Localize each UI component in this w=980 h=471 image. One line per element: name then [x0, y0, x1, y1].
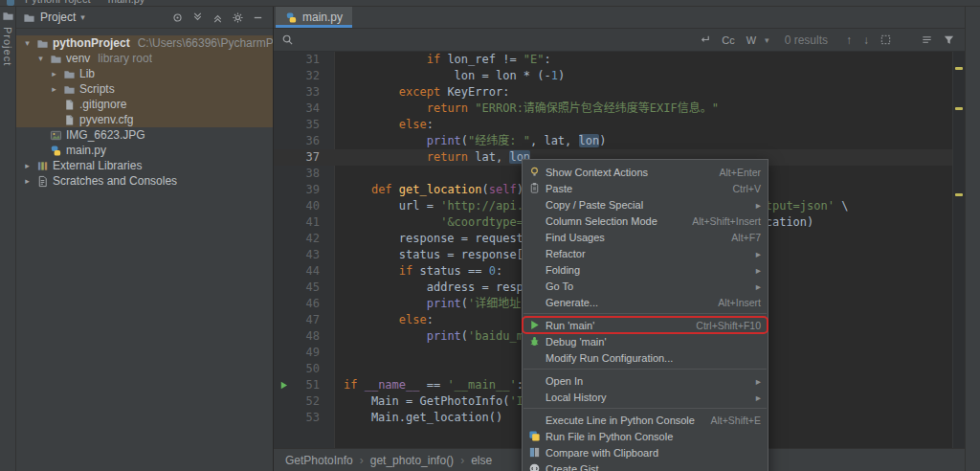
menu-item-local-history[interactable]: Local History▸	[523, 389, 768, 405]
search-options-icon[interactable]	[919, 32, 935, 48]
breadcrumb-item[interactable]: else	[471, 454, 492, 467]
bug-icon	[527, 335, 541, 348]
libraries-icon	[36, 160, 49, 172]
tree-item-scripts[interactable]: ▸Scripts	[16, 81, 273, 97]
menu-item-show-context-actions[interactable]: Show Context ActionsAlt+Enter	[523, 164, 768, 180]
crosshair-button[interactable]	[169, 10, 186, 26]
folder-icon	[36, 37, 49, 50]
menu-separator	[523, 313, 767, 314]
menu-shortcut: Ctrl+Shift+F10	[688, 320, 761, 331]
menu-item-label: Compare with Clipboard	[546, 447, 658, 459]
menu-item-create-gist[interactable]: Create Gist...	[523, 460, 768, 471]
menu-item-paste[interactable]: PasteCtrl+V	[523, 180, 768, 196]
next-occurrence-button[interactable]: ↓	[860, 34, 872, 47]
menu-shortcut: Alt+Enter	[712, 167, 761, 178]
line-number: 34	[274, 101, 335, 117]
code-line-35[interactable]: 35 else:	[274, 117, 965, 133]
menu-shortcut: Alt+Shift+E	[702, 415, 761, 426]
menu-item-run-file-in-python-console[interactable]: Run File in Python Console	[523, 428, 768, 444]
line-number: 44	[274, 263, 335, 280]
tree-item-venv[interactable]: ▾venvlibrary root	[16, 51, 273, 66]
menu-item-folding[interactable]: Folding▸	[523, 261, 768, 278]
menu-item-label: Column Selection Mode	[546, 215, 657, 227]
chevron-down-icon[interactable]: ▾	[22, 38, 33, 48]
menu-shortcut: Alt+Insert	[710, 297, 761, 308]
line-number: 31	[274, 52, 335, 68]
breadcrumb-item[interactable]: GetPhotoInfo	[285, 454, 353, 467]
project-panel: Project ▾ ▾pythonProjectC:\Users\66396\P…	[16, 7, 274, 471]
tree-item-external-libraries[interactable]: ▸External Libraries	[16, 158, 273, 173]
code-line-36[interactable]: 36 print("经纬度: ", lat, lon)	[274, 133, 965, 149]
words-toggle[interactable]: W	[744, 34, 759, 47]
search-results-count: 0 results	[785, 34, 828, 47]
chevron-down-icon[interactable]: ▾	[35, 54, 46, 63]
menu-item-label: Run 'main'	[546, 320, 594, 331]
menu-item-refactor[interactable]: Refactor▸	[523, 245, 768, 261]
line-number: 42	[274, 231, 335, 247]
expand-all-button[interactable]	[189, 10, 206, 26]
menu-item-execute-line-in-python-console[interactable]: Execute Line in Python ConsoleAlt+Shift+…	[523, 412, 768, 428]
collapse-all-button[interactable]	[210, 10, 226, 26]
filter-icon[interactable]	[941, 32, 957, 48]
menu-item-go-to[interactable]: Go To▸	[523, 278, 768, 294]
tree-item-label: main.py	[66, 144, 106, 157]
code-line-33[interactable]: 33 except KeyError:	[274, 84, 965, 101]
tree-item-lib[interactable]: ▸Lib	[16, 66, 273, 81]
minus-button[interactable]	[250, 10, 266, 26]
context-menu: Show Context ActionsAlt+EnterPasteCtrl+V…	[522, 159, 768, 471]
tab-main-py[interactable]: main.py	[276, 7, 352, 28]
tool-stripe-project-label[interactable]: Project	[2, 27, 13, 66]
menu-item-copy-paste-special[interactable]: Copy / Paste Special▸	[523, 196, 768, 213]
previous-occurrence-button[interactable]: ↑	[843, 34, 855, 47]
tree-item-gitignore[interactable]: .gitignore	[16, 97, 273, 112]
run-gutter-icon[interactable]	[278, 380, 289, 391]
menu-item-generate[interactable]: Generate...Alt+Insert	[523, 294, 768, 310]
play-icon	[527, 319, 541, 332]
chevron-right-icon[interactable]: ▸	[49, 84, 59, 94]
line-number: 52	[274, 393, 335, 410]
menu-separator	[523, 369, 767, 370]
tree-item-main-py[interactable]: main.py	[16, 143, 273, 158]
menu-item-run-main[interactable]: Run 'main'Ctrl+Shift+F10	[523, 317, 768, 333]
project-view-title[interactable]: Project	[40, 11, 76, 24]
menu-item-debug-main[interactable]: Debug 'main'	[523, 333, 768, 349]
chevron-right-icon[interactable]: ▸	[22, 161, 33, 170]
code-text	[335, 361, 344, 377]
code-line-31[interactable]: 31 if lon_ref != "E":	[274, 52, 965, 68]
tree-item-scratches-and-consoles[interactable]: ▸Scratches and Consoles	[16, 173, 273, 189]
code-line-34[interactable]: 34 return "ERROR:请确保照片包含经纬度等EXIF信息。"	[274, 101, 965, 117]
error-stripe[interactable]	[952, 52, 965, 448]
project-view-caret-icon[interactable]: ▾	[80, 12, 85, 22]
chevron-right-icon[interactable]: ▸	[49, 69, 59, 78]
select-all-occurrences-icon[interactable]	[878, 32, 894, 48]
code-line-32[interactable]: 32 lon = lon * (-1)	[274, 68, 965, 84]
menu-item-label: Generate...	[546, 297, 598, 308]
menu-item-open-in[interactable]: Open In▸	[523, 372, 768, 389]
blank-icon	[527, 263, 541, 277]
code-text: return "ERROR:请确保照片包含经纬度等EXIF信息。"	[335, 101, 719, 117]
search-input[interactable]	[300, 34, 691, 47]
menu-item-compare-with-clipboard[interactable]: Compare with Clipboard	[523, 444, 768, 460]
tree-item-label: pyvenv.cfg	[79, 113, 133, 126]
menu-item-find-usages[interactable]: Find UsagesAlt+F7	[523, 229, 768, 245]
gear-button[interactable]	[230, 10, 246, 26]
chevron-right-icon[interactable]: ▸	[22, 176, 33, 186]
code-text: if __name__ == '__main__':	[335, 377, 523, 393]
tree-item-pythonproject[interactable]: ▾pythonProjectC:\Users\66396\PycharmProj…	[16, 35, 273, 51]
left-tool-stripe: Project	[0, 7, 16, 471]
blank-icon	[527, 214, 541, 228]
menu-item-modify-run-configuration[interactable]: Modify Run Configuration...	[523, 349, 768, 366]
tree-item-img-6623-jpg[interactable]: IMG_6623.JPG	[16, 127, 273, 143]
line-number: 32	[274, 68, 335, 84]
breadcrumb-item[interactable]: get_photo_info()	[370, 454, 454, 467]
project-panel-toolbar	[169, 10, 266, 26]
match-case-toggle[interactable]: Cc	[719, 34, 737, 47]
blank-icon	[527, 247, 541, 260]
line-number: 53	[274, 410, 335, 426]
menu-item-column-selection-mode[interactable]: Column Selection ModeAlt+Shift+Insert	[523, 213, 768, 229]
newline-toggle-icon[interactable]	[697, 32, 713, 48]
tree-item-pyvenv-cfg[interactable]: pyvenv.cfg	[16, 112, 273, 127]
diff-icon	[527, 446, 541, 460]
project-stripe-icon[interactable]	[2, 10, 14, 22]
search-options-caret-icon[interactable]: ▾	[765, 35, 769, 45]
